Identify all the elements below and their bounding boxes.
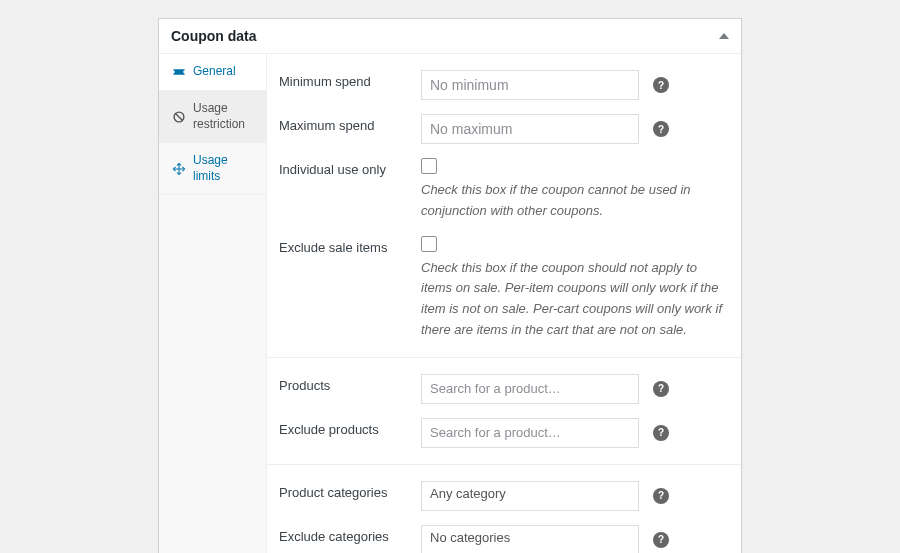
field-minimum-spend: Minimum spend ? — [279, 63, 729, 107]
field-label: Individual use only — [279, 158, 421, 177]
minimum-spend-input[interactable] — [421, 70, 639, 100]
panel-header: Coupon data — [159, 19, 741, 54]
field-label: Minimum spend — [279, 70, 421, 89]
tab-label: General — [193, 64, 236, 80]
help-icon[interactable]: ? — [653, 77, 669, 93]
field-maximum-spend: Maximum spend ? — [279, 107, 729, 151]
field-description: Check this box if the coupon should not … — [421, 258, 729, 341]
tab-label: Usage restriction — [193, 101, 254, 132]
products-group: Products ? Exclude products ? — [267, 358, 741, 465]
svg-line-1 — [176, 113, 183, 120]
product-categories-select[interactable]: Any category — [421, 481, 639, 511]
tab-label: Usage limits — [193, 153, 254, 184]
maximum-spend-input[interactable] — [421, 114, 639, 144]
field-label: Exclude sale items — [279, 236, 421, 255]
field-exclude-categories: Exclude categories No categories ? — [279, 518, 729, 553]
field-products: Products ? — [279, 367, 729, 411]
field-individual-use: Individual use only Check this box if th… — [279, 151, 729, 229]
panel-title: Coupon data — [171, 28, 257, 44]
help-icon[interactable]: ? — [653, 532, 669, 548]
products-input[interactable] — [421, 374, 639, 404]
field-exclude-products: Exclude products ? — [279, 411, 729, 455]
tab-content: Minimum spend ? Maximum spend ? — [267, 54, 741, 553]
tab-usage-limits[interactable]: Usage limits — [159, 143, 266, 195]
collapse-toggle-icon[interactable] — [719, 33, 729, 39]
ticket-icon — [171, 64, 187, 80]
field-exclude-sale: Exclude sale items Check this box if the… — [279, 229, 729, 348]
categories-group: Product categories Any category ? Exclud… — [267, 465, 741, 553]
field-label: Product categories — [279, 481, 421, 500]
coupon-data-panel: Coupon data General Usage restriction — [158, 18, 742, 553]
field-label: Exclude categories — [279, 525, 421, 544]
exclude-sale-checkbox[interactable] — [421, 236, 437, 252]
exclude-products-input[interactable] — [421, 418, 639, 448]
tabs-sidebar: General Usage restriction Usage limits — [159, 54, 267, 553]
field-label: Products — [279, 374, 421, 393]
help-icon[interactable]: ? — [653, 488, 669, 504]
field-label: Maximum spend — [279, 114, 421, 133]
exclude-categories-select[interactable]: No categories — [421, 525, 639, 553]
help-icon[interactable]: ? — [653, 381, 669, 397]
field-label: Exclude products — [279, 418, 421, 437]
tab-general[interactable]: General — [159, 54, 266, 91]
individual-use-checkbox[interactable] — [421, 158, 437, 174]
field-product-categories: Product categories Any category ? — [279, 474, 729, 518]
help-icon[interactable]: ? — [653, 121, 669, 137]
ban-icon — [171, 109, 187, 125]
move-icon — [171, 161, 187, 177]
field-description: Check this box if the coupon cannot be u… — [421, 180, 729, 222]
help-icon[interactable]: ? — [653, 425, 669, 441]
spend-group: Minimum spend ? Maximum spend ? — [267, 54, 741, 358]
panel-body: General Usage restriction Usage limits M… — [159, 54, 741, 553]
tab-usage-restriction[interactable]: Usage restriction — [159, 91, 266, 143]
